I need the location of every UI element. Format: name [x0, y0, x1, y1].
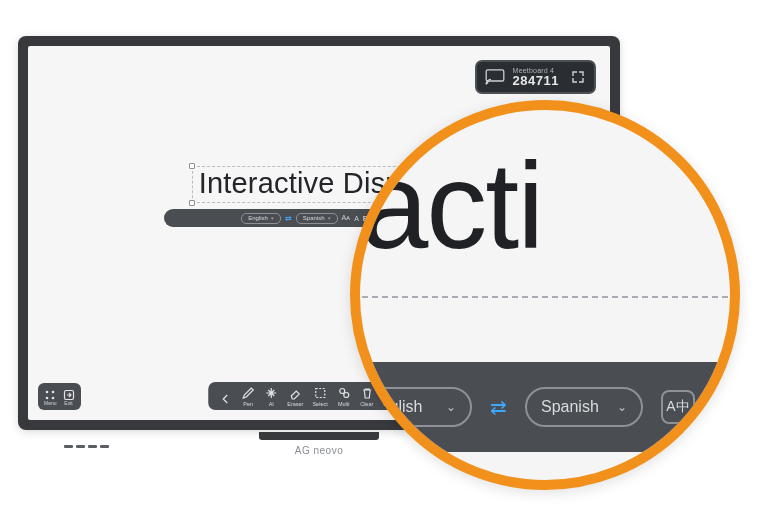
- lang-to-select[interactable]: Spanish: [296, 213, 338, 224]
- dock-pen[interactable]: Pen: [241, 386, 255, 407]
- select-icon: [313, 386, 327, 400]
- magnifier-callout: eracti English ⌄ ⇄ Spanish ⌄ A中: [350, 100, 740, 490]
- lang-from-select[interactable]: English: [241, 213, 281, 224]
- monitor-stand: [259, 432, 379, 440]
- svg-point-4: [46, 397, 49, 400]
- dock-clear[interactable]: Clear: [360, 386, 374, 407]
- exit-label: Exit: [64, 400, 72, 406]
- translate-icon[interactable]: A中: [661, 390, 695, 424]
- selection-dashed-border: [350, 296, 740, 298]
- swap-languages-icon[interactable]: ⇄: [285, 214, 292, 223]
- dock-ai[interactable]: AI: [264, 386, 278, 407]
- chevron-down-icon: ⌄: [446, 400, 456, 414]
- svg-point-3: [52, 391, 55, 394]
- translate-icon[interactable]: Aᴀ: [342, 214, 351, 222]
- svg-rect-7: [316, 389, 325, 398]
- menu-label: Menu: [44, 400, 57, 406]
- translate-toolbar: English ⌄ ⇄ Spanish ⌄ A中: [350, 362, 740, 452]
- svg-point-2: [46, 391, 49, 394]
- front-ports: [64, 445, 109, 448]
- lang-to-select-zoom[interactable]: Spanish ⌄: [525, 387, 643, 427]
- lang-to-value: Spanish: [541, 398, 599, 416]
- dock-collapse[interactable]: [218, 392, 232, 407]
- resize-handle-tl[interactable]: [189, 163, 195, 169]
- resize-handle-bl[interactable]: [189, 200, 195, 206]
- swap-languages-icon[interactable]: ⇄: [490, 395, 507, 419]
- menu-grid-icon: [44, 387, 56, 399]
- chevron-down-icon: ⌄: [617, 400, 627, 414]
- brand-label: AG neovo: [295, 445, 343, 456]
- exit-button[interactable]: Exit: [63, 387, 75, 406]
- svg-point-8: [339, 389, 344, 394]
- share-code: 284711: [513, 74, 559, 87]
- dock-eraser[interactable]: Eraser: [287, 386, 303, 407]
- menu-button[interactable]: Menu: [44, 387, 57, 406]
- expand-icon[interactable]: [571, 70, 585, 84]
- exit-icon: [63, 387, 75, 399]
- share-badge[interactable]: Meetboard 4 284711: [475, 60, 596, 94]
- chevron-left-icon: [218, 392, 232, 406]
- trash-icon: [360, 386, 374, 400]
- svg-point-9: [343, 393, 348, 398]
- corner-controls: Menu Exit: [38, 383, 81, 410]
- dock-select[interactable]: Select: [312, 386, 327, 407]
- font-size-icon[interactable]: A: [354, 215, 359, 222]
- multi-icon: [337, 386, 351, 400]
- svg-point-5: [52, 397, 55, 400]
- ai-sparkle-icon: [264, 386, 278, 400]
- pen-icon: [241, 386, 255, 400]
- cast-icon: [485, 69, 505, 85]
- svg-point-1: [486, 83, 488, 85]
- menu-exit-panel: Menu Exit: [38, 383, 81, 410]
- dock-multi[interactable]: Multi: [337, 386, 351, 407]
- eraser-icon: [288, 386, 302, 400]
